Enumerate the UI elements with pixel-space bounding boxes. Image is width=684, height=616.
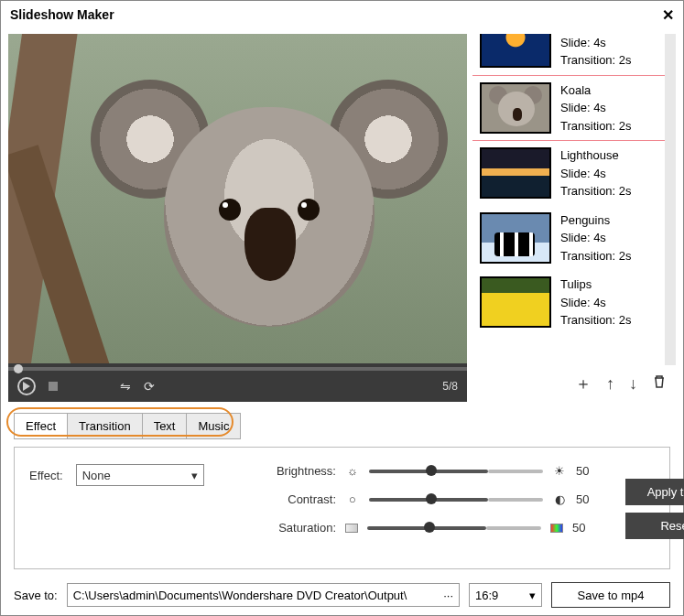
slide-duration: Slide: 4s xyxy=(560,294,632,312)
effect-label: Effect: xyxy=(29,469,63,482)
slide-actions: ＋ ↑ ↓ xyxy=(472,365,676,402)
save-to-mp4-button[interactable]: Save to mp4 xyxy=(551,582,670,608)
preview-area: ⇋ ⟳ 5/8 xyxy=(8,34,467,402)
chevron-down-icon: ▾ xyxy=(529,589,536,602)
slide-name: Tulips xyxy=(560,276,632,294)
slide-item-tulips[interactable]: Tulips Slide: 4s Transition: 2s xyxy=(472,270,665,335)
titlebar: Slideshow Maker ✕ xyxy=(1,1,683,28)
contrast-slider[interactable] xyxy=(369,498,488,502)
slide-name: Lighthouse xyxy=(560,146,632,165)
move-up-icon[interactable]: ↑ xyxy=(606,374,614,394)
slide-duration: Slide: 4s xyxy=(560,34,632,51)
flip-horizontal-icon[interactable]: ⇋ xyxy=(120,379,131,394)
slide-transition: Transition: 2s xyxy=(560,117,632,135)
thumbnail xyxy=(480,276,551,328)
save-row: Save to: C:\Users\admin\Documents\Wonder… xyxy=(1,569,683,616)
slide-transition: Transition: 2s xyxy=(560,247,632,265)
contrast-label: Contrast: xyxy=(267,492,336,506)
contrast-high-icon: ◐ xyxy=(552,492,567,506)
slide-duration: Slide: 4s xyxy=(560,99,632,117)
slide-duration: Slide: 4s xyxy=(560,229,632,247)
reset-button[interactable]: Reset xyxy=(625,513,684,539)
thumbnail xyxy=(480,82,551,134)
thumbnail xyxy=(480,212,551,264)
effect-value: None xyxy=(82,469,111,482)
delete-icon[interactable] xyxy=(652,374,667,394)
preview-image xyxy=(8,34,467,363)
chevron-down-icon: ▾ xyxy=(191,469,198,482)
tab-effect[interactable]: Effect xyxy=(14,413,68,439)
slide-transition: Transition: 2s xyxy=(560,311,632,330)
slide-name: Penguins xyxy=(560,211,632,230)
stop-button[interactable] xyxy=(49,382,58,391)
effect-select[interactable]: None ▾ xyxy=(76,464,204,486)
app-title: Slideshow Maker xyxy=(10,7,114,22)
thumbnail xyxy=(480,147,551,199)
add-slide-icon[interactable]: ＋ xyxy=(575,373,592,394)
contrast-value: 50 xyxy=(576,492,589,506)
play-button[interactable] xyxy=(17,377,36,395)
tab-transition[interactable]: Transition xyxy=(67,413,143,439)
save-to-label: Save to: xyxy=(14,589,58,602)
slide-item-lighthouse[interactable]: Lighthouse Slide: 4s Transition: 2s xyxy=(472,141,665,206)
slide-duration: Slide: 4s xyxy=(560,165,632,183)
slide-item-jellyfish[interactable]: Jellyfish Slide: 4s Transition: 2s xyxy=(472,34,665,75)
saturation-low-icon xyxy=(345,524,358,533)
aspect-ratio-select[interactable]: 16:9 ▾ xyxy=(469,583,542,607)
rotate-icon[interactable]: ⟳ xyxy=(144,379,155,394)
slideshow-maker-window: Slideshow Maker ✕ xyxy=(0,0,684,616)
brightness-high-icon: ☀ xyxy=(552,464,567,478)
slide-item-koala[interactable]: Koala Slide: 4s Transition: 2s xyxy=(472,75,665,142)
effect-panel: Effect: None ▾ Brightness: ☼ ☀ 50 Contra… xyxy=(14,447,670,569)
close-icon[interactable]: ✕ xyxy=(662,6,674,24)
tabs: Effect Transition Text Music xyxy=(1,402,683,439)
scrollbar-thumb[interactable] xyxy=(665,254,676,303)
saturation-label: Saturation: xyxy=(267,521,336,535)
slide-name: Koala xyxy=(560,81,632,100)
saturation-slider[interactable] xyxy=(367,526,486,530)
brightness-value: 50 xyxy=(576,464,589,478)
saturation-value: 50 xyxy=(572,521,585,535)
contrast-low-icon: ○ xyxy=(345,492,360,506)
save-path-field[interactable]: C:\Users\admin\Documents\Wondershare DVD… xyxy=(67,583,460,607)
apply-to-all-button[interactable]: Apply to all xyxy=(625,479,684,505)
slide-transition: Transition: 2s xyxy=(560,182,632,200)
brightness-label: Brightness: xyxy=(267,464,336,478)
slide-list[interactable]: Jellyfish Slide: 4s Transition: 2s Koala… xyxy=(472,34,676,365)
brightness-low-icon: ☼ xyxy=(345,464,360,478)
browse-icon[interactable]: ··· xyxy=(438,589,453,602)
move-down-icon[interactable]: ↓ xyxy=(629,374,637,394)
slide-item-penguins[interactable]: Penguins Slide: 4s Transition: 2s xyxy=(472,206,665,271)
save-path-value: C:\Users\admin\Documents\Wondershare DVD… xyxy=(73,589,407,602)
saturation-high-icon xyxy=(550,524,563,533)
thumbnail xyxy=(480,34,551,68)
aspect-ratio-value: 16:9 xyxy=(475,589,498,602)
tab-text[interactable]: Text xyxy=(142,413,188,439)
slide-transition: Transition: 2s xyxy=(560,51,632,70)
brightness-slider[interactable] xyxy=(369,470,488,473)
slide-counter: 5/8 xyxy=(442,380,458,393)
tab-music[interactable]: Music xyxy=(186,413,241,439)
